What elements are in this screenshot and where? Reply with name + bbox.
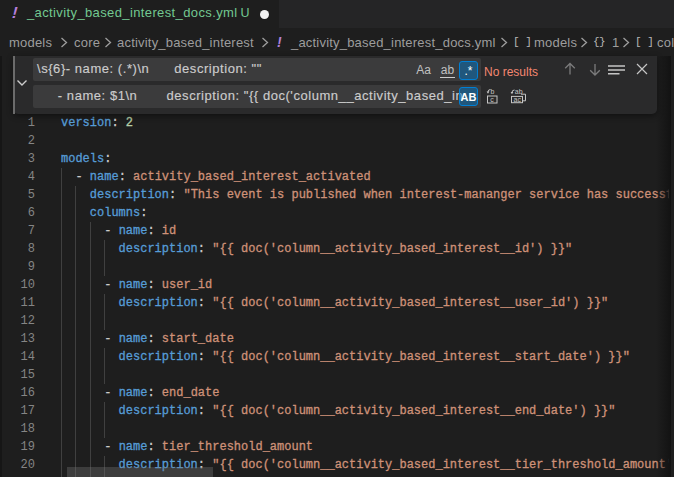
- svg-text:ac: ac: [514, 96, 522, 103]
- svg-text:c: c: [490, 96, 494, 103]
- svg-text:b: b: [491, 88, 495, 95]
